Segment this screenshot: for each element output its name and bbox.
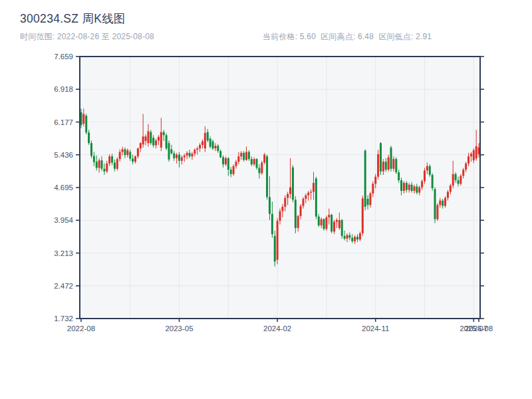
- candle-body: [372, 184, 374, 194]
- candle-body: [367, 199, 369, 205]
- y-tick-label: 6.918: [54, 85, 73, 93]
- candle-body: [163, 132, 165, 136]
- candle-body: [240, 153, 242, 156]
- candle-body: [377, 154, 379, 177]
- x-tick-label: 2022-08: [67, 325, 95, 332]
- candle-body: [325, 217, 327, 229]
- candle-body: [129, 152, 131, 159]
- candle-body: [269, 197, 271, 213]
- candle-body: [145, 136, 147, 141]
- candle-body: [436, 205, 438, 219]
- candle-body: [181, 157, 183, 160]
- candle-body: [338, 220, 340, 228]
- candle-body: [237, 156, 239, 162]
- candle-body: [168, 143, 170, 160]
- candle-body: [194, 150, 196, 154]
- candle-body: [230, 170, 232, 174]
- candle-body: [421, 181, 423, 187]
- candle-body: [142, 136, 144, 144]
- candle-body: [395, 159, 397, 172]
- candle-body: [315, 178, 317, 216]
- candle-body: [336, 220, 338, 222]
- candle-body: [261, 162, 263, 173]
- candle-body: [429, 166, 431, 175]
- x-tick-label: 2024-02: [263, 325, 291, 332]
- candle-body: [103, 169, 105, 172]
- candle-body: [300, 206, 302, 216]
- y-tick-label: 7.659: [54, 53, 73, 61]
- y-tick-label: 3.213: [54, 249, 73, 257]
- candle-body: [362, 198, 364, 233]
- candle-body: [390, 148, 392, 169]
- candle-body: [328, 215, 330, 217]
- candle-body: [93, 156, 95, 162]
- candle-body: [101, 160, 103, 169]
- candle-body: [450, 186, 452, 192]
- candle-body: [473, 150, 475, 160]
- candle-body: [119, 152, 121, 160]
- y-tick-label: 6.177: [54, 118, 73, 126]
- candle-body: [369, 194, 371, 205]
- candle-body: [170, 150, 172, 154]
- candle-body: [209, 139, 211, 147]
- candle-body: [413, 186, 415, 191]
- candle-body: [406, 183, 408, 190]
- candle-body: [158, 137, 160, 140]
- candle-body: [279, 211, 281, 221]
- candle-body: [166, 135, 168, 148]
- candle-body: [444, 198, 446, 206]
- y-tick-label: 2.472: [54, 282, 73, 290]
- candle-body: [186, 153, 188, 156]
- candle-body: [108, 156, 110, 164]
- candle-body: [470, 154, 472, 156]
- candle-body: [356, 237, 358, 239]
- candle-body: [388, 157, 390, 170]
- candle-body: [251, 159, 253, 164]
- kline-page: 300234.SZ 周K线图 时间范围: 2022-08-26 至 2025-0…: [0, 0, 532, 399]
- candle-body: [307, 193, 309, 196]
- candle-body: [455, 174, 457, 180]
- candle-body: [201, 142, 203, 145]
- candle-body: [248, 152, 250, 160]
- candle-body: [124, 150, 126, 156]
- candle-body: [380, 143, 382, 172]
- candle-body: [114, 162, 116, 168]
- candle-body: [475, 146, 477, 159]
- candle-body: [90, 143, 92, 156]
- candle-body: [287, 194, 289, 198]
- candle-body: [305, 196, 307, 199]
- candle-body: [447, 192, 449, 198]
- candle-body: [274, 236, 276, 262]
- kline-chart: 7.6596.9186.1775.4364.6953.9543.2132.472…: [0, 0, 532, 399]
- candle-body: [212, 142, 214, 149]
- candle-body: [400, 180, 402, 191]
- candle-body: [439, 201, 441, 205]
- candle-body: [385, 162, 387, 170]
- candle-body: [256, 159, 258, 168]
- y-tick-label: 1.732: [54, 315, 73, 323]
- candle-body: [424, 170, 426, 181]
- candle-body: [152, 138, 154, 145]
- candle-body: [351, 237, 353, 241]
- candle-body: [418, 188, 420, 193]
- x-tick-label: 2023-05: [165, 325, 193, 332]
- candle-body: [196, 148, 198, 150]
- candle-body: [222, 157, 224, 164]
- candle-body: [416, 186, 418, 192]
- candle-body: [462, 170, 464, 176]
- candle-body: [207, 132, 209, 141]
- candle-body: [219, 151, 221, 157]
- candle-body: [263, 155, 265, 163]
- candle-body: [147, 131, 149, 143]
- candle-body: [233, 166, 235, 174]
- candle-body: [374, 177, 376, 184]
- candle-body: [297, 216, 299, 228]
- y-tick-label: 3.954: [54, 216, 73, 224]
- candle-body: [310, 192, 312, 192]
- candle-body: [432, 175, 434, 188]
- candle-body: [199, 145, 201, 148]
- candle-body: [313, 183, 315, 192]
- candle-body: [137, 148, 139, 156]
- candle-body: [227, 158, 229, 170]
- x-tick-label: 2024-11: [362, 325, 389, 332]
